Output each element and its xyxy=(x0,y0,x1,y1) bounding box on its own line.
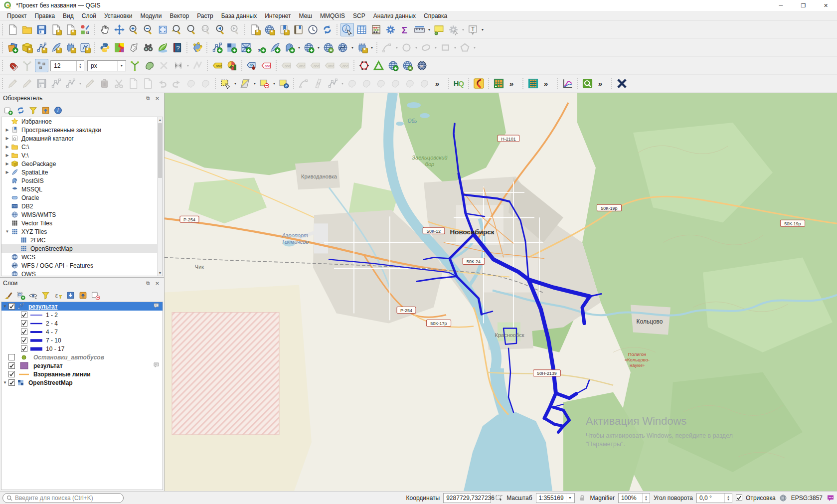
expand-icon[interactable]: ▶ xyxy=(3,170,11,174)
coordinates-input[interactable]: 9287729,7327236 xyxy=(443,493,491,503)
add-spatialite-layer-button[interactable] xyxy=(268,41,282,54)
digitize-circle-dropdown[interactable]: ▼ xyxy=(414,39,419,56)
snap-tolerance-spin[interactable]: 12▲▼ xyxy=(50,60,84,71)
measure-line-dropdown[interactable]: ▼ xyxy=(427,21,432,38)
toolbar-overflow-3-button[interactable]: » xyxy=(541,77,554,90)
expand-icon[interactable]: ▼ xyxy=(3,229,11,234)
new-spatialite-layer-button[interactable]: * xyxy=(49,41,63,54)
select-features-button[interactable] xyxy=(219,77,232,90)
toolbar-overflow-2-button[interactable]: » xyxy=(506,77,520,90)
menu-mmqgis[interactable]: MMQGIS xyxy=(316,11,349,20)
minimize-button[interactable]: ─ xyxy=(770,0,792,11)
browser-refresh-button[interactable] xyxy=(14,104,26,116)
browser-item-vector-tiles[interactable]: Vector Tiles xyxy=(1,219,163,227)
layer-checkbox[interactable] xyxy=(8,379,15,386)
pan-map-button[interactable] xyxy=(98,23,112,36)
add-raster-layer-button[interactable] xyxy=(225,41,238,54)
browser-item-wcs[interactable]: WCS xyxy=(1,253,163,261)
new-temporary-scratch-layer-button[interactable]: * xyxy=(78,41,92,54)
digitize-rectangle-dropdown[interactable]: ▼ xyxy=(453,39,458,56)
metasearch-button[interactable] xyxy=(401,59,414,72)
geometry-checker-button[interactable] xyxy=(372,59,385,72)
browser-item-db2[interactable]: DB2 DB2 xyxy=(1,202,163,210)
scale-combo[interactable]: 1:355169▼ xyxy=(536,493,575,503)
menu-web[interactable]: Интернет xyxy=(261,11,295,20)
browser-item-drive-c[interactable]: ▶ C:\ xyxy=(1,143,163,151)
digitize-ellipse-dropdown[interactable]: ▼ xyxy=(433,39,438,56)
menu-database[interactable]: База данных xyxy=(217,11,261,20)
run-feature-action-dropdown[interactable]: ▼ xyxy=(461,21,466,38)
expand-icon[interactable]: ▼ xyxy=(1,304,8,309)
browser-collapse-all-button[interactable] xyxy=(39,104,51,116)
layer-checkbox[interactable] xyxy=(21,329,27,335)
expand-icon[interactable]: ▼ xyxy=(1,380,8,385)
identify-features-button[interactable]: i xyxy=(340,23,354,36)
browser-float-button[interactable]: ⧉ xyxy=(144,95,152,102)
expand-icon[interactable]: ▶ xyxy=(3,162,11,166)
new-project-button[interactable] xyxy=(6,23,19,36)
osm-place-search-button[interactable]: ar xyxy=(415,59,429,72)
self-snapping-dropdown[interactable]: ▼ xyxy=(185,57,190,74)
plugin-colormap-button[interactable] xyxy=(113,41,126,54)
manage-visibility-button[interactable] xyxy=(27,289,39,301)
layer-labeling-options-button[interactable]: abc xyxy=(211,59,224,72)
layer-item-class-7-10[interactable]: 7 - 10 xyxy=(1,336,163,344)
browser-item-wms-wmts[interactable]: WMS/WMTS xyxy=(1,210,163,219)
layer-item-class-4-7[interactable]: 4 - 7 xyxy=(1,328,163,336)
plugin-hq-button[interactable]: HQ xyxy=(452,77,466,90)
browser-item-drive-v[interactable]: ▶ V:\ xyxy=(1,151,163,160)
topology-checker-button[interactable] xyxy=(357,59,371,72)
select-by-freehand-button[interactable] xyxy=(238,77,252,90)
add-wfs-layer-button[interactable] xyxy=(336,41,349,54)
highlight-pinned-labels-button[interactable]: abc xyxy=(260,59,273,72)
new-shapefile-layer-button[interactable]: * xyxy=(35,41,48,54)
zoom-out-button[interactable] xyxy=(142,23,155,36)
maximize-button[interactable]: ❐ xyxy=(792,0,815,11)
layer-note-icon[interactable] xyxy=(153,362,160,369)
help-contents-button[interactable]: ? xyxy=(170,41,184,54)
layer-styling-button[interactable] xyxy=(2,289,14,301)
plugin-georeferencer-button[interactable] xyxy=(127,41,141,54)
collapse-all-button[interactable] xyxy=(77,289,89,301)
browser-item-spatialite[interactable]: ▶ SpatiaLite xyxy=(1,168,163,176)
locator-search-input[interactable]: Введите для поиска (Ctrl+K) xyxy=(2,493,124,503)
add-wcs-layer-button[interactable] xyxy=(322,41,335,54)
messages-icon[interactable] xyxy=(826,494,835,502)
open-attribute-table-button[interactable] xyxy=(355,23,368,36)
layer-item-class-2-4[interactable]: 2 - 4 xyxy=(1,319,163,328)
layer-checkbox[interactable] xyxy=(8,303,15,310)
scrollbar-thumb[interactable] xyxy=(158,123,162,178)
add-postgis-layer-dropdown[interactable]: ▼ xyxy=(297,39,302,56)
close-button[interactable]: ✕ xyxy=(815,0,837,11)
browser-item-home[interactable]: ▶ Домашний каталог xyxy=(1,134,163,143)
layers-close-button[interactable]: ✕ xyxy=(154,280,161,287)
plugin-osm-route-button[interactable] xyxy=(472,77,486,90)
expand-icon[interactable]: ▶ xyxy=(3,136,11,141)
layer-checkbox[interactable] xyxy=(21,312,27,318)
select-features-dropdown[interactable]: ▼ xyxy=(233,75,238,92)
layer-diagram-options-button[interactable] xyxy=(225,59,239,72)
browser-item-2gis[interactable]: 2ГИС xyxy=(1,236,163,244)
menu-settings[interactable]: Установки xyxy=(100,11,136,20)
magnifier-spin[interactable]: 100% ▲▼ xyxy=(618,493,650,503)
new-spatial-bookmark-button[interactable]: * xyxy=(277,23,291,36)
zoom-to-layer-button[interactable] xyxy=(170,23,184,36)
browser-item-favorites[interactable]: Избранное xyxy=(1,117,163,126)
python-console-button[interactable] xyxy=(98,41,112,54)
layer-item-openstreetmap-layer[interactable]: ▼ OpenStreetMap xyxy=(1,378,163,387)
render-checkbox[interactable] xyxy=(736,495,742,501)
menu-project[interactable]: Проект xyxy=(3,11,31,20)
toolbar-overflow-1-button[interactable]: » xyxy=(432,77,446,90)
measure-line-button[interactable] xyxy=(413,23,426,36)
menu-vector[interactable]: Вектор xyxy=(166,11,193,20)
pin-labels-button[interactable]: ab xyxy=(245,59,259,72)
layer-item-bus-stops[interactable]: Остановки_автобусов xyxy=(1,353,163,361)
layer-checkbox[interactable] xyxy=(8,371,15,377)
zoom-in-button[interactable] xyxy=(127,23,141,36)
filter-by-expression-button[interactable]: ε xyxy=(52,289,64,301)
expand-icon[interactable]: ▶ xyxy=(3,128,11,132)
save-project-button[interactable] xyxy=(35,23,48,36)
topological-editing-button[interactable] xyxy=(128,59,142,72)
crs-globe-icon[interactable] xyxy=(779,494,788,502)
add-group-button[interactable] xyxy=(14,289,26,301)
